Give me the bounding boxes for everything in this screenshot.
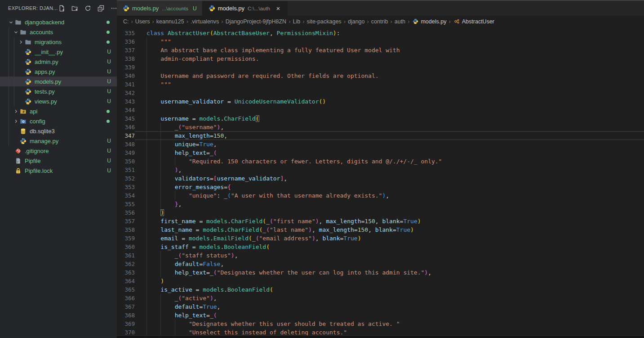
code-line-362[interactable]: 362 default=False, — [117, 260, 644, 268]
breadcrumb-item[interactable]: auth — [395, 18, 405, 25]
line-number[interactable]: 362 — [117, 260, 135, 268]
breadcrumb-item[interactable]: site-packages — [307, 18, 342, 25]
code-line-345[interactable]: 345 username = models.CharField( — [117, 114, 644, 123]
code-line-348[interactable]: 348 unique=True, — [117, 140, 644, 149]
code-line-367[interactable]: 367 default=True, — [117, 302, 644, 311]
line-number[interactable]: 348 — [117, 140, 135, 149]
code-line-365[interactable]: 365 is_active = models.BooleanField( — [117, 285, 644, 294]
code-line-349[interactable]: 349 help_text=_( — [117, 149, 644, 157]
code-line-341[interactable]: 341 """ — [117, 80, 644, 89]
code-line-336[interactable]: 336 """ — [117, 37, 644, 46]
code-line-361[interactable]: 361 _("staff status"), — [117, 251, 644, 260]
close-icon[interactable]: × — [275, 5, 282, 12]
code-line-339[interactable]: 339 — [117, 63, 644, 72]
code-editor[interactable]: 334335class AbstractUser(AbstractBaseUse… — [117, 27, 644, 338]
code-line-338[interactable]: 338 admin-compliant permissions. — [117, 54, 644, 63]
breadcrumb-item[interactable]: Lib — [293, 18, 300, 25]
line-number[interactable]: 355 — [117, 200, 135, 208]
tree-item--gitignore[interactable]: .gitignoreU — [0, 146, 117, 156]
line-number[interactable]: 343 — [117, 97, 135, 106]
chevron-right-icon[interactable] — [12, 117, 19, 125]
code-line-340[interactable]: 340 Username and password are required. … — [117, 72, 644, 80]
chevron-down-icon[interactable] — [12, 28, 19, 36]
line-number[interactable]: 368 — [117, 311, 135, 320]
line-number[interactable]: 358 — [117, 225, 135, 234]
line-number[interactable]: 354 — [117, 191, 135, 200]
line-number[interactable]: 351 — [117, 166, 135, 174]
code-line-352[interactable]: 352 validators=[username_validator], — [117, 174, 644, 183]
line-number[interactable]: 341 — [117, 80, 135, 89]
breadcrumb-item[interactable]: C: — [123, 18, 129, 25]
line-number[interactable]: 352 — [117, 174, 135, 183]
line-number[interactable]: 340 — [117, 72, 135, 80]
tree-item-db-sqlite3[interactable]: db.sqlite3 — [0, 126, 117, 136]
horizontal-scrollbar[interactable] — [117, 335, 644, 338]
code-line-360[interactable]: 360 is_staff = models.BooleanField( — [117, 243, 644, 251]
chevron-right-icon[interactable] — [17, 38, 24, 45]
tree-item-config[interactable]: config — [0, 116, 117, 126]
line-number[interactable]: 356 — [117, 208, 135, 217]
tree-item-apps-py[interactable]: apps.pyU — [0, 67, 117, 77]
line-number[interactable]: 360 — [117, 243, 135, 251]
tree-item-djangobackend[interactable]: djangobackend — [0, 17, 117, 27]
tree-item-api[interactable]: #api — [0, 106, 117, 116]
code-line-356[interactable]: 356 ) — [117, 208, 644, 217]
line-number[interactable]: 361 — [117, 251, 135, 260]
code-line-368[interactable]: 368 help_text=_( — [117, 311, 644, 320]
tree-item-views-py[interactable]: views.pyU — [0, 96, 117, 106]
new-file-icon[interactable] — [58, 4, 66, 12]
chevron-down-icon[interactable] — [7, 18, 14, 26]
tab-models-py-0[interactable]: models.py...\accountsU — [117, 1, 203, 16]
code-line-363[interactable]: 363 help_text=_("Designates whether the … — [117, 268, 644, 277]
code-line-342[interactable]: 342 — [117, 89, 644, 97]
line-number[interactable]: 339 — [117, 63, 135, 72]
breadcrumb-item[interactable]: Users — [135, 18, 150, 25]
code-line-335[interactable]: 335class AbstractUser(AbstractBaseUser, … — [117, 29, 644, 37]
line-number[interactable]: 367 — [117, 302, 135, 311]
code-line-359[interactable]: 359 email = models.EmailField(_("email a… — [117, 234, 644, 243]
code-line-344[interactable]: 344 — [117, 106, 644, 114]
line-number[interactable]: 357 — [117, 217, 135, 225]
line-number[interactable]: 337 — [117, 46, 135, 54]
tree-item-accounts[interactable]: accounts — [0, 27, 117, 37]
code-line-369[interactable]: 369 "Designates whether this user should… — [117, 320, 644, 328]
line-number[interactable]: 369 — [117, 320, 135, 328]
code-line-364[interactable]: 364 ) — [117, 277, 644, 285]
breadcrumb-item[interactable]: keannu125 — [156, 18, 184, 25]
code-line-354[interactable]: 354 "unique": _("A user with that userna… — [117, 191, 644, 200]
tab-models-py-1[interactable]: models.pyC:\...\auth× — [203, 1, 288, 16]
line-number[interactable]: 347 — [117, 131, 135, 140]
line-number[interactable]: 335 — [117, 29, 135, 37]
line-number[interactable]: 342 — [117, 89, 135, 97]
line-number[interactable]: 366 — [117, 294, 135, 302]
more-actions-icon[interactable] — [110, 4, 118, 12]
refresh-icon[interactable] — [84, 4, 92, 12]
line-number[interactable]: 346 — [117, 123, 135, 131]
code-line-357[interactable]: 357 first_name = models.CharField(_("fir… — [117, 217, 644, 225]
breadcrumb-item[interactable]: .virtualenvs — [191, 18, 219, 25]
tree-item-pipfile-lock[interactable]: Pipfile.lockU — [0, 166, 117, 176]
code-line-366[interactable]: 366 _("active"), — [117, 294, 644, 302]
line-number[interactable]: 353 — [117, 183, 135, 191]
line-number[interactable]: 345 — [117, 114, 135, 123]
line-number[interactable]: 364 — [117, 277, 135, 285]
breadcrumb-item[interactable]: AbstractUser — [453, 18, 494, 25]
tree-item-models-py[interactable]: models.pyU — [0, 77, 117, 86]
breadcrumb-item[interactable]: django — [348, 18, 365, 25]
code-line-337[interactable]: 337 An abstract base class implementing … — [117, 46, 644, 54]
line-number[interactable]: 350 — [117, 157, 135, 166]
line-number[interactable]: 349 — [117, 149, 135, 157]
code-line-347[interactable]: 347 max_length=150, — [117, 131, 644, 140]
tree-item-migrations[interactable]: migrations — [0, 37, 117, 47]
code-line-350[interactable]: 350 "Required. 150 characters or fewer. … — [117, 157, 644, 166]
line-number[interactable]: 365 — [117, 285, 135, 294]
line-number[interactable]: 363 — [117, 268, 135, 277]
line-number[interactable]: 359 — [117, 234, 135, 243]
breadcrumb-item[interactable]: DjangoProject-9jfpH8ZN — [226, 18, 286, 25]
new-folder-icon[interactable] — [71, 4, 79, 12]
tree-item--init-py[interactable]: __init__.pyU — [0, 47, 117, 57]
tree-item-tests-py[interactable]: tests.pyU — [0, 86, 117, 96]
line-number[interactable]: 336 — [117, 37, 135, 46]
code-line-353[interactable]: 353 error_messages={ — [117, 183, 644, 191]
tree-item-pipfile[interactable]: PipfileU — [0, 156, 117, 166]
